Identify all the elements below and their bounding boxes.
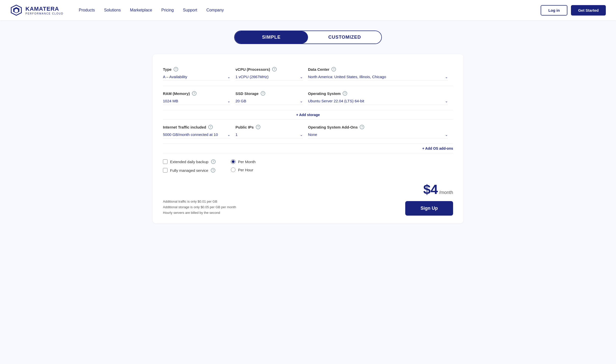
os-addons-field: Operating System Add-Ons ? None ⌄: [308, 125, 453, 138]
ssd-chevron: ⌄: [300, 99, 303, 103]
public-ips-label: Public IPs ?: [235, 125, 303, 129]
per-month-item: Per Month: [231, 159, 256, 164]
ssd-label: SSD Storage ?: [235, 91, 303, 96]
pricing-notes: Additional traffic is only $0.01 per GB …: [163, 195, 236, 216]
managed-service-help-icon[interactable]: ?: [211, 168, 215, 173]
nav-company[interactable]: Company: [206, 8, 224, 12]
add-storage-link[interactable]: + Add storage: [296, 113, 320, 117]
vcpu-select[interactable]: 1 vCPU (2667MHz) ⌄: [235, 75, 303, 81]
ram-help-icon[interactable]: ?: [192, 91, 197, 96]
internet-traffic-help-icon[interactable]: ?: [208, 125, 213, 129]
ram-label: RAM (Memory) ?: [163, 91, 230, 96]
extended-backup-item: Extended daily backup ?: [163, 159, 216, 164]
price-amount: $4: [423, 182, 438, 197]
internet-traffic-chevron: ⌄: [227, 133, 230, 137]
nav-links: Products Solutions Marketplace Pricing S…: [79, 8, 541, 12]
vcpu-value: 1 vCPU (2667MHz): [235, 75, 269, 79]
ram-field: RAM (Memory) ? 1024 MB ⌄: [163, 91, 235, 105]
ssd-help-icon[interactable]: ?: [261, 91, 265, 96]
ram-value: 1024 MB: [163, 99, 178, 103]
public-ips-help-icon[interactable]: ?: [256, 125, 260, 129]
os-addons-chevron: ⌄: [445, 133, 448, 137]
add-os-addons-row: + Add OS add-ons: [163, 144, 453, 153]
view-toggle: SIMPLE CUSTOMIZED: [234, 31, 382, 44]
type-help-icon[interactable]: ?: [174, 67, 178, 72]
add-os-addons-link[interactable]: + Add OS add-ons: [422, 146, 453, 150]
internet-traffic-field: Internet Traffic included ? 5000 GB/mont…: [163, 125, 235, 138]
internet-traffic-select[interactable]: 5000 GB/month connected at 10 ⌄: [163, 132, 230, 138]
os-label: Operating System ?: [308, 91, 448, 96]
row-traffic-ips-addons: Internet Traffic included ? 5000 GB/mont…: [163, 120, 453, 144]
datacenter-field: Data Center ? North America: United Stat…: [308, 67, 453, 81]
nav-products[interactable]: Products: [79, 8, 95, 12]
public-ips-select[interactable]: 1 ⌄: [235, 132, 303, 138]
signup-button[interactable]: Sign Up: [405, 201, 453, 216]
per-month-label: Per Month: [238, 160, 256, 164]
datacenter-chevron: ⌄: [445, 75, 448, 79]
navbar: KAMATERA PERFORMANCE CLOUD Products Solu…: [0, 0, 616, 20]
datacenter-select[interactable]: North America: United States, Illinois, …: [308, 75, 448, 81]
vcpu-label: vCPU (Processors) ?: [235, 67, 303, 72]
ram-chevron: ⌄: [227, 99, 230, 103]
logo-name: KAMATERA: [25, 6, 64, 12]
public-ips-chevron: ⌄: [300, 133, 303, 137]
note-storage: Additional storage is only $0.05 per GB …: [163, 204, 236, 210]
extended-backup-checkbox[interactable]: [163, 159, 167, 164]
price-display: $4 /month: [423, 182, 453, 197]
os-addons-value: None: [308, 132, 317, 137]
ram-select[interactable]: 1024 MB ⌄: [163, 99, 230, 105]
checkbox-group: Extended daily backup ? Fully managed se…: [163, 159, 216, 173]
ssd-select[interactable]: 20 GB ⌄: [235, 99, 303, 105]
type-label: Type ?: [163, 67, 230, 72]
get-started-button[interactable]: Get Started: [571, 5, 606, 16]
public-ips-value: 1: [235, 132, 237, 137]
view-toggle-container: SIMPLE CUSTOMIZED: [153, 31, 463, 44]
per-month-radio[interactable]: [231, 159, 235, 164]
nav-solutions[interactable]: Solutions: [104, 8, 121, 12]
logo: KAMATERA PERFORMANCE CLOUD: [10, 4, 64, 16]
nav-marketplace[interactable]: Marketplace: [130, 8, 152, 12]
vcpu-help-icon[interactable]: ?: [272, 67, 277, 72]
os-help-icon[interactable]: ?: [343, 91, 347, 96]
vcpu-chevron: ⌄: [300, 75, 303, 79]
os-addons-label: Operating System Add-Ons ?: [308, 125, 448, 129]
bottom-section: Additional traffic is only $0.01 per GB …: [163, 178, 453, 216]
extended-backup-help-icon[interactable]: ?: [211, 159, 216, 164]
extended-backup-label: Extended daily backup: [170, 160, 208, 164]
os-addons-help-icon[interactable]: ?: [360, 125, 364, 129]
logo-icon: [10, 4, 22, 16]
datacenter-help-icon[interactable]: ?: [331, 67, 336, 72]
vcpu-field: vCPU (Processors) ? 1 vCPU (2667MHz) ⌄: [235, 67, 308, 81]
nav-support[interactable]: Support: [183, 8, 197, 12]
per-hour-label: Per Hour: [238, 168, 253, 172]
os-field: Operating System ? Ubuntu Server 22.04 (…: [308, 91, 453, 105]
logo-text: KAMATERA PERFORMANCE CLOUD: [25, 6, 64, 15]
billing-period-group: Per Month Per Hour: [231, 159, 256, 173]
row-type-vcpu-dc: Type ? A – Availability ⌄ vCPU (Processo…: [163, 62, 453, 86]
nav-pricing[interactable]: Pricing: [161, 8, 174, 12]
toggle-customized[interactable]: CUSTOMIZED: [308, 31, 381, 44]
os-chevron: ⌄: [445, 99, 448, 103]
price-signup-area: $4 /month Sign Up: [405, 178, 453, 216]
managed-service-label: Fully managed service: [170, 168, 208, 173]
type-value: A – Availability: [163, 75, 187, 79]
os-addons-select[interactable]: None ⌄: [308, 132, 448, 138]
login-button[interactable]: Log in: [541, 5, 567, 16]
public-ips-field: Public IPs ? 1 ⌄: [235, 125, 308, 138]
internet-traffic-value: 5000 GB/month connected at 10: [163, 132, 218, 137]
managed-service-checkbox[interactable]: [163, 168, 167, 173]
logo-subtitle: PERFORMANCE CLOUD: [25, 12, 64, 15]
datacenter-value: North America: United States, Illinois, …: [308, 75, 386, 79]
ssd-field: SSD Storage ? 20 GB ⌄: [235, 91, 308, 105]
price-unit: /month: [439, 190, 453, 195]
managed-service-item: Fully managed service ?: [163, 168, 216, 173]
type-select[interactable]: A – Availability ⌄: [163, 75, 230, 81]
os-select[interactable]: Ubuntu Server 22.04 (LTS) 64-bit ⌄: [308, 99, 448, 105]
row-ram-ssd-os: RAM (Memory) ? 1024 MB ⌄ SSD Storage ? 2…: [163, 86, 453, 110]
toggle-simple[interactable]: SIMPLE: [235, 31, 308, 44]
options-row: Extended daily backup ? Fully managed se…: [163, 153, 453, 175]
main-content: SIMPLE CUSTOMIZED Type ? A – Availabilit…: [143, 20, 473, 239]
per-hour-radio[interactable]: [231, 167, 235, 172]
config-form: Type ? A – Availability ⌄ vCPU (Processo…: [153, 54, 463, 223]
type-field: Type ? A – Availability ⌄: [163, 67, 235, 81]
